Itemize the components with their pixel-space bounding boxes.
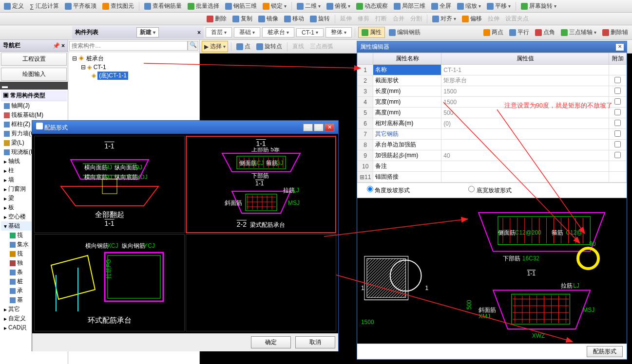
btn-point[interactable]: 点 [234,41,252,52]
rebar-opt-4[interactable] [186,234,336,331]
btn-move[interactable]: 移动 [282,14,306,24]
svg-text:YDJ: YDJ [136,174,148,181]
max-button[interactable]: □ [314,124,324,131]
svg-text:斜面筋: 斜面筋 [225,200,242,206]
prop-titlebar[interactable]: 属性编辑器 ✕ [357,41,627,53]
radio-angle[interactable]: 角度放坡形式 [367,186,410,195]
btn-zoom[interactable]: 缩放 ▾ [455,1,483,11]
svg-text:横向面筋: 横向面筋 [84,164,108,171]
btn-flat[interactable]: 平齐板顶 [63,1,98,11]
btn-rot-point[interactable]: 旋转点 [254,41,284,52]
btn-rebar3d[interactable]: 钢筋三维 [223,1,259,11]
btn-align[interactable]: 对齐 ▾ [430,14,458,24]
nav-item-axis[interactable]: 轴网(J) [1,101,67,110]
close-button[interactable]: ✕ [325,124,334,131]
btn-pan[interactable]: 平移 ▾ [485,1,513,11]
cancel-button[interactable]: 取消 [295,336,335,348]
svg-text:XWZ: XWZ [532,332,545,339]
svg-text:侧面筋: 侧面筋 [498,229,516,236]
svg-text:MSJ: MSJ [288,200,300,206]
btn-copy[interactable]: 复制 [230,14,254,24]
pin-icon[interactable]: 📌 × [53,42,65,49]
svg-text:C12@: C12@ [566,229,582,236]
btn-lock[interactable]: 锁定 ▾ [261,1,288,11]
close-icon[interactable]: × [197,29,201,36]
btn-offset[interactable]: 偏移 [460,14,484,24]
btn-define[interactable]: 定义 [2,1,26,11]
svg-rect-3 [367,259,406,298]
prop-row-8[interactable]: 8承台单边加强筋 [358,140,627,150]
btn-select[interactable]: ▶ 选择 ▾ [202,41,228,52]
prop-row-3[interactable]: 3长度(mm)1500 [358,86,627,97]
svg-text:DJ: DJ [105,174,112,181]
btn-rebar-form[interactable]: 配筋形式 [587,346,623,357]
svg-text:1: 1 [425,285,428,291]
dd-mode[interactable]: 整体 ▾ [326,27,352,37]
prop-row-11[interactable]: ⊞11锚固搭接 [358,172,627,182]
btn-del-aux[interactable]: 删除辅 [600,27,630,37]
btn-orbit[interactable]: 动态观察 [354,1,390,11]
rebar-opt-2[interactable]: 1-1 上部筋 5靠 侧面筋CCJ 箍筋GJ 下部筋 1-1 拉筋LJ 斜面筋 … [186,136,336,233]
dd-cat[interactable]: 基础 ▾ [234,27,260,37]
svg-marker-30 [493,290,590,329]
nav-title: 导航栏📌 × [0,40,68,52]
btn-property[interactable]: 属性 [358,27,385,38]
prop-close-button[interactable]: ✕ [616,44,624,51]
btn-top[interactable]: 俯视 ▾ [325,1,352,11]
comp-root[interactable]: ⊟ ◈ 桩承台 [70,54,197,63]
svg-text:90: 90 [589,240,596,247]
btn-local3d[interactable]: 局部三维 [392,1,427,11]
dd-item[interactable]: CT-1 ▾ [296,28,324,37]
min-button[interactable]: – [303,124,313,131]
highlight-circle [576,247,600,270]
btn-edit-rebar[interactable]: 编辑钢筋 [387,27,422,37]
ok-button[interactable]: 确定 [251,336,291,348]
btn-batch[interactable]: 批量选择 [186,1,221,11]
btn-line: 直线 [290,41,306,52]
btn-rotate[interactable]: 旋转 [308,14,332,24]
dd-type[interactable]: 桩承台 ▾ [262,27,294,37]
svg-rect-31 [512,294,570,324]
prop-row-9[interactable]: 9加强筋起步(mm)40 [358,150,627,161]
btn-rebar-qty[interactable]: 查看钢筋量 [142,1,184,11]
comp-child[interactable]: ⊟ ◈ CT-1 [70,63,197,71]
rebar-form-dialog: 配筋形式 – □ ✕ 1-1 横向面筋HJ 纵向面筋DJ 横向底筋DJ 纵向底筋… [32,120,339,351]
btn-new[interactable]: 新建 ▾ [136,27,159,37]
comp-leaf[interactable]: ◈ (底)CT-1-1 [70,71,197,80]
col-add: 附加 [609,53,627,65]
svg-marker-106 [51,255,95,299]
dd-layer[interactable]: 首层 ▾ [206,27,232,37]
col-value: 属性值 [441,53,609,65]
btn-delete[interactable]: 删除 [205,14,229,24]
btn-three-pt[interactable]: 三点辅轴 ▾ [559,27,598,37]
nav-item-raft[interactable]: 筏板基础(M) [1,110,67,120]
btn-full[interactable]: 全屏 [429,1,453,11]
prop-radio-row: 角度放坡形式 底宽放坡形式 [357,182,627,198]
btn-pt-angle[interactable]: 点角 [533,27,557,37]
prop-row-2[interactable]: 2截面形状矩形承台 [358,75,627,86]
search-button[interactable]: 🔍 [188,41,198,51]
search-input[interactable] [69,41,188,51]
nav-btn-project[interactable]: 工程设置 [1,53,67,66]
btn-sum[interactable]: ∑ 汇总计算 [28,1,61,11]
btn-two-pt[interactable]: 两点 [481,27,505,37]
nav-group[interactable]: ▣ 常用构件类型 [1,91,67,101]
prop-row-6[interactable]: 6相对底标高(m)(0) [358,118,627,129]
svg-text:纵向底筋: 纵向底筋 [115,174,138,181]
rebar-titlebar[interactable]: 配筋形式 – □ ✕ [32,121,338,134]
prop-row-7[interactable]: 7其它钢筋 [358,129,627,140]
btn-2d[interactable]: 二维 ▾ [295,1,323,11]
btn-find[interactable]: 查找图元 [100,1,136,11]
svg-text:MSJ: MSJ [583,307,594,313]
btn-parallel[interactable]: 平行 [507,27,531,37]
svg-marker-63 [61,186,158,206]
prop-row-1[interactable]: 1名称CT-1-1 [358,65,627,75]
prop-row-10[interactable]: 10备注 [358,161,627,172]
rebar-opt-1[interactable]: 1-1 横向面筋HJ 纵向面筋DJ 横向底筋DJ 纵向底筋YDJ 全部翻起 1-… [34,136,185,233]
nav-btn-draw[interactable]: 绘图输入 [1,68,67,81]
radio-width[interactable]: 底宽放坡形式 [468,186,511,195]
btn-arc: 三点画弧 [308,41,335,52]
rebar-opt-3[interactable]: 横向钢筋XCJ 纵向钢筋YCJ 拉筋FG 环式配筋承台 [34,234,185,331]
btn-mirror[interactable]: 镜像 [256,14,280,24]
btn-screen-rot[interactable]: 屏幕旋转 ▾ [519,1,558,11]
